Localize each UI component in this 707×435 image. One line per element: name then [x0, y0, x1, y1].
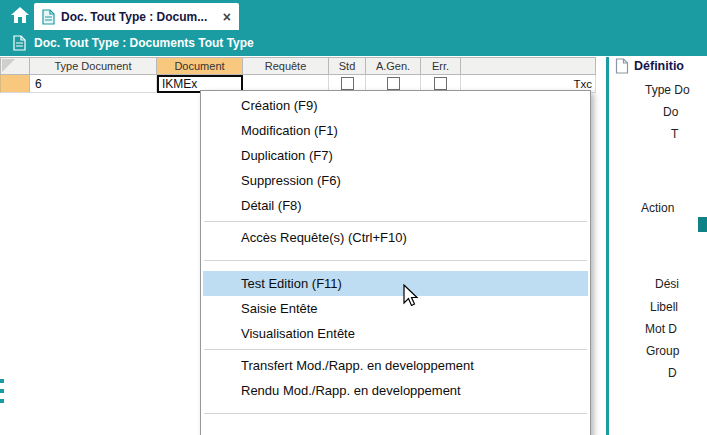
- label-action: Action: [641, 201, 674, 215]
- menu-item-rendu-mod[interactable]: Rendu Mod./Rapp. en developpement: [203, 378, 588, 403]
- menu-item-saisie-entete[interactable]: Saisie Entête: [203, 296, 588, 321]
- agen-checkbox[interactable]: [387, 77, 400, 90]
- column-header-std[interactable]: Std: [329, 57, 366, 75]
- definition-page-icon: [615, 58, 629, 74]
- tab-close-icon[interactable]: ×: [223, 10, 231, 24]
- cell-type-document[interactable]: 6: [30, 75, 157, 93]
- menu-separator: [204, 260, 587, 261]
- label-mot-directeur: Mot D: [645, 322, 677, 336]
- std-checkbox[interactable]: [341, 77, 354, 90]
- menu-item-suppression[interactable]: Suppression (F6): [203, 168, 588, 193]
- corner-triangle-icon: [2, 59, 15, 72]
- column-header-agen[interactable]: A.Gen.: [366, 57, 421, 75]
- panel-button-fragment[interactable]: [698, 217, 707, 232]
- label-d: D: [668, 366, 677, 380]
- err-checkbox[interactable]: [434, 77, 447, 90]
- column-header-extra[interactable]: [461, 57, 596, 75]
- label-document: Do: [663, 105, 678, 119]
- tab-title: Doc. Tout Type : Docum...: [61, 10, 207, 24]
- menu-item-duplication[interactable]: Duplication (F7): [203, 143, 588, 168]
- right-panel-header: Définitio: [615, 58, 684, 74]
- menu-item-transfert-mod[interactable]: Transfert Mod./Rapp. en developpement: [203, 353, 588, 378]
- title-bar: Doc. Tout Type : Documents Tout Type: [0, 30, 707, 56]
- menu-item-test-edition[interactable]: Test Edition (F11): [203, 271, 588, 296]
- column-header-document[interactable]: Document: [157, 57, 243, 75]
- document-tab[interactable]: Doc. Tout Type : Docum... ×: [34, 3, 239, 30]
- home-icon: [10, 6, 30, 24]
- top-tab-bar: Doc. Tout Type : Docum... ×: [0, 0, 707, 30]
- context-menu: Création (F9) Modification (F1) Duplicat…: [200, 90, 591, 435]
- window-title: Doc. Tout Type : Documents Tout Type: [34, 36, 254, 50]
- label-type-document: Type Do: [645, 83, 690, 97]
- label-libelle: Libell: [650, 300, 678, 314]
- table-header: Type Document Document Requête Std A.Gen…: [0, 57, 596, 75]
- menu-separator: [204, 413, 587, 414]
- column-header-err[interactable]: Err.: [421, 57, 461, 75]
- menu-item-acces-requete[interactable]: Accès Requête(s) (Ctrl+F10): [203, 225, 588, 250]
- column-header-type-document[interactable]: Type Document: [30, 57, 157, 75]
- menu-item-detail[interactable]: Détail (F8): [203, 193, 588, 218]
- label-designation: Dési: [655, 277, 679, 291]
- menu-separator: [204, 221, 587, 222]
- menu-item-visualisation-entete[interactable]: Visualisation Entête: [203, 321, 588, 346]
- panel-divider[interactable]: [606, 57, 609, 435]
- left-splitter-grip[interactable]: [0, 379, 4, 404]
- menu-item-creation[interactable]: Création (F9): [203, 93, 588, 118]
- titlebar-document-icon: [13, 35, 26, 51]
- menu-item-modification[interactable]: Modification (F1): [203, 118, 588, 143]
- row-selector-cell[interactable]: [0, 75, 30, 93]
- column-header-requete[interactable]: Requête: [243, 57, 329, 75]
- home-button[interactable]: [8, 4, 32, 26]
- right-panel-title: Définitio: [634, 59, 684, 73]
- label-groupe: Group: [646, 344, 679, 358]
- app-window: Doc. Tout Type : Docum... × Doc. Tout Ty…: [0, 0, 707, 435]
- label-type: T: [671, 127, 678, 141]
- table-corner-cell[interactable]: [0, 57, 30, 75]
- tab-document-icon: [42, 9, 55, 25]
- menu-separator: [204, 349, 587, 350]
- mouse-cursor: [403, 284, 421, 308]
